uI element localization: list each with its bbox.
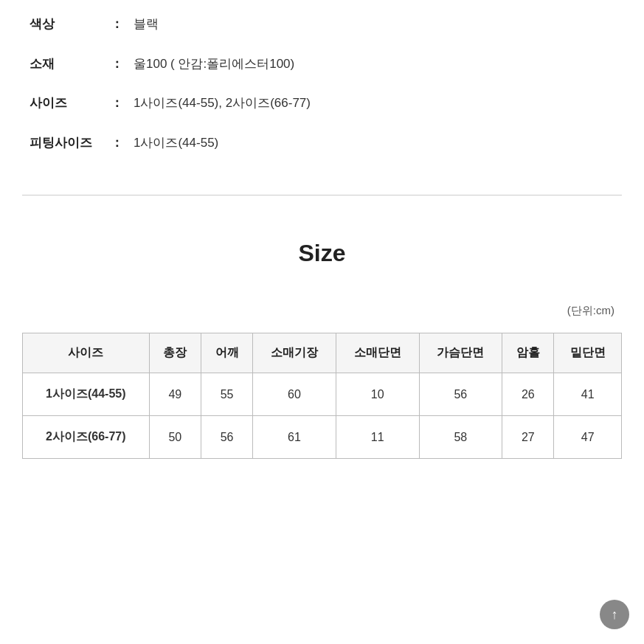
table-cell-7: 47 [554,416,622,459]
col-header-sleeve-end: 소매단면 [336,333,419,373]
size-title: Size [0,240,644,267]
col-header-armhole: 암홀 [502,333,554,373]
table-cell-7: 41 [554,373,622,416]
table-cell-0: 2사이즈(66-77) [23,416,150,459]
col-header-chest: 가슴단면 [419,333,502,373]
table-cell-3: 60 [253,373,336,416]
material-value: 울100 ( 안감:폴리에스터100) [134,55,294,74]
color-colon: ： [111,15,123,34]
scroll-to-top-button[interactable]: ↑ [600,600,629,629]
size-colon: ： [111,94,123,113]
col-header-size: 사이즈 [23,333,150,373]
table-cell-5: 58 [419,416,502,459]
table-cell-5: 56 [419,373,502,416]
size-label: 사이즈 [30,94,111,113]
color-label: 색상 [30,15,111,34]
table-cell-4: 10 [336,373,419,416]
color-row: 색상 ： 블랙 [30,15,614,34]
table-cell-1: 50 [149,416,201,459]
size-title-section: Size [0,195,644,304]
fitting-label: 피팅사이즈 [30,134,111,153]
col-header-sleeve-length: 소매기장 [253,333,336,373]
material-colon: ： [111,55,123,74]
table-cell-0: 1사이즈(44-55) [23,373,150,416]
material-label: 소재 [30,55,111,74]
table-header-row: 사이즈 총장 어깨 소매기장 소매단면 가슴단면 암홀 밑단면 [23,333,622,373]
fitting-row: 피팅사이즈 ： 1사이즈(44-55) [30,134,614,153]
col-header-shoulder: 어깨 [201,333,252,373]
size-table-wrapper: 사이즈 총장 어깨 소매기장 소매단면 가슴단면 암홀 밑단면 1사이즈(44-… [0,333,644,488]
fitting-colon: ： [111,134,123,153]
table-cell-4: 11 [336,416,419,459]
size-table: 사이즈 총장 어깨 소매기장 소매단면 가슴단면 암홀 밑단면 1사이즈(44-… [22,333,622,459]
table-cell-2: 55 [201,373,252,416]
unit-note: (단위:cm) [0,304,644,318]
size-row: 사이즈 ： 1사이즈(44-55), 2사이즈(66-77) [30,94,614,113]
table-cell-6: 27 [502,416,554,459]
color-value: 블랙 [134,15,159,34]
fitting-value: 1사이즈(44-55) [134,134,218,153]
table-row: 2사이즈(66-77)50566111582747 [23,416,622,459]
col-header-total-length: 총장 [149,333,201,373]
table-row: 1사이즈(44-55)49556010562641 [23,373,622,416]
table-cell-3: 61 [253,416,336,459]
scroll-top-icon: ↑ [612,607,618,623]
table-cell-6: 26 [502,373,554,416]
product-info-section: 색상 ： 블랙 소재 ： 울100 ( 안감:폴리에스터100) 사이즈 ： 1… [0,0,644,195]
table-cell-2: 56 [201,416,252,459]
table-cell-1: 49 [149,373,201,416]
col-header-hem: 밑단면 [554,333,622,373]
material-row: 소재 ： 울100 ( 안감:폴리에스터100) [30,55,614,74]
size-value: 1사이즈(44-55), 2사이즈(66-77) [134,94,311,113]
